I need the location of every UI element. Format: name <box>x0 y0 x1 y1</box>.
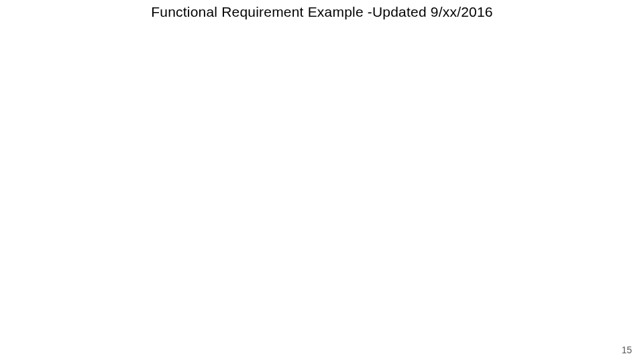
slide-title: Functional Requirement Example -Updated … <box>0 4 644 20</box>
page-number: 15 <box>621 345 632 355</box>
